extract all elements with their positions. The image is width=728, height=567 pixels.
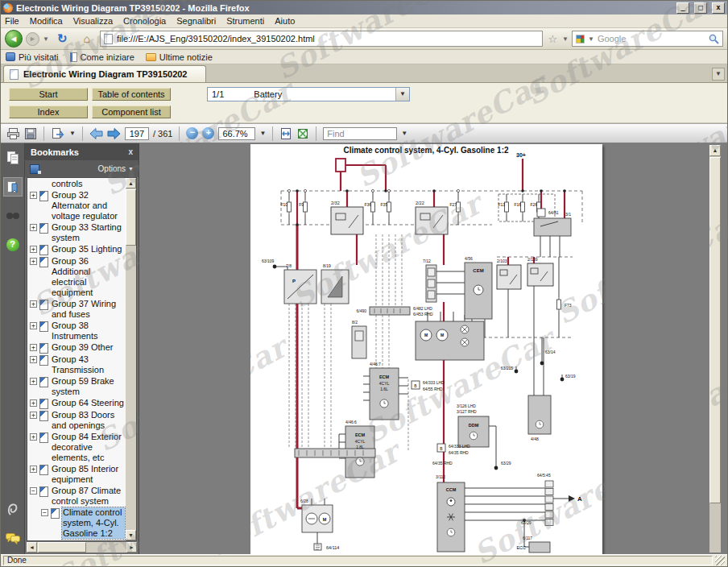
previous-page-icon[interactable]: [89, 128, 103, 139]
bookmark-tree-item[interactable]: +Group 37 Wiring and fuses: [30, 299, 125, 320]
bookmarks-toolbar-item[interactable]: Come iniziare: [70, 52, 134, 62]
expand-icon[interactable]: +: [30, 412, 37, 419]
search-panel-icon[interactable]: [3, 206, 23, 226]
help-icon[interactable]: ?: [3, 235, 23, 255]
bookmarks-panel-icon[interactable]: [3, 177, 23, 197]
search-box[interactable]: ▼ Google: [572, 31, 723, 47]
start-button[interactable]: Start: [9, 88, 88, 101]
find-dropdown-icon[interactable]: ▼: [401, 130, 407, 137]
bookmarks-panel-close-icon[interactable]: x: [128, 147, 133, 156]
bookmark-tree-item[interactable]: +Group 59 Brake system: [30, 376, 125, 397]
expand-icon[interactable]: +: [30, 300, 37, 308]
minimize-button[interactable]: _: [676, 2, 689, 14]
zoom-level-field[interactable]: 66.7%: [218, 127, 255, 140]
back-button[interactable]: ◄: [5, 30, 23, 48]
bookmark-tree-item[interactable]: +Group 33 Starting system: [30, 222, 125, 243]
bookmarks-options-button[interactable]: Options ▼: [98, 164, 134, 173]
expand-icon[interactable]: +: [30, 399, 37, 407]
menu-item-segnalibri[interactable]: Segnalibri: [176, 16, 216, 26]
bookmark-dropdown-icon[interactable]: ▼: [562, 35, 569, 43]
menu-item-visualizza[interactable]: Visualizza: [73, 16, 113, 26]
expand-icon[interactable]: +: [30, 433, 37, 441]
history-dropdown-icon[interactable]: ▼: [43, 35, 49, 43]
bookmarks-toolbar-item[interactable]: Più visitati: [6, 52, 59, 62]
bookmark-tree-item[interactable]: controls: [51, 179, 125, 189]
save-icon[interactable]: [24, 127, 37, 140]
bookmarks-toolbar-item[interactable]: Ultime notizie: [146, 52, 213, 62]
zoom-dropdown-icon[interactable]: ▼: [259, 130, 266, 137]
bookmark-tree-item[interactable]: +Group 64 Steering: [30, 398, 125, 409]
list-all-tabs-button[interactable]: ▼: [712, 68, 725, 81]
fit-page-icon[interactable]: [296, 127, 309, 140]
zoom-out-button[interactable]: −: [186, 127, 198, 139]
search-engine-icon[interactable]: [576, 35, 585, 43]
bookmarks-horizontal-scrollbar[interactable]: ◄ ►: [27, 542, 137, 553]
url-bar[interactable]: file:///E:/AJS_Eng/39150202/index_391502…: [100, 31, 543, 47]
expand-icon[interactable]: +: [30, 378, 37, 385]
scrollbar-thumb[interactable]: [38, 542, 86, 553]
scroll-down-icon[interactable]: ▼: [126, 530, 136, 540]
menu-item-modifica[interactable]: Modifica: [30, 16, 63, 26]
menu-item-aiuto[interactable]: Aiuto: [275, 16, 295, 26]
bookmark-tree-item[interactable]: +Group 36 Additional electrical equipmen…: [30, 256, 125, 298]
expand-icon[interactable]: +: [30, 246, 37, 253]
bookmark-tree-item[interactable]: +Group 43 Transmission: [30, 354, 125, 375]
search-engine-dropdown-icon[interactable]: ▼: [588, 35, 594, 43]
page-number-field[interactable]: 197: [125, 127, 149, 140]
component-list-button[interactable]: Component list: [92, 106, 171, 118]
scrollbar-thumb[interactable]: [126, 189, 136, 246]
find-field[interactable]: Find: [323, 127, 397, 140]
expand-icon[interactable]: +: [30, 258, 37, 265]
resize-grip[interactable]: [715, 556, 725, 565]
bookmark-tree-item[interactable]: +Group 85 Interior equipment: [30, 464, 125, 485]
expand-icon[interactable]: +: [30, 192, 37, 199]
expand-icon[interactable]: +: [30, 356, 37, 363]
expand-bookmark-icon[interactable]: [30, 164, 39, 174]
scroll-up-icon[interactable]: ▲: [709, 145, 721, 156]
reload-button[interactable]: ↻: [57, 31, 68, 46]
diagram-select-caret-icon[interactable]: ▼: [395, 88, 409, 101]
comments-panel-icon[interactable]: [3, 528, 23, 548]
scrollbar-thumb[interactable]: [709, 157, 721, 503]
pdf-document-area[interactable]: Climate control system, 4-Cyl. Gasoline …: [139, 143, 727, 554]
pdf-vertical-scrollbar[interactable]: ▲: [709, 145, 721, 553]
tab-active[interactable]: Electronic Wiring Diagram TP39150202: [3, 65, 206, 82]
bookmark-tree-item[interactable]: +Group 83 Doors and openings: [30, 410, 125, 431]
table-of-contents-button[interactable]: Table of contents: [92, 88, 171, 101]
next-page-icon[interactable]: [107, 128, 121, 139]
expand-icon[interactable]: +: [30, 344, 37, 351]
pages-panel-icon[interactable]: [3, 148, 23, 168]
forward-button[interactable]: ►: [26, 32, 39, 46]
expand-icon[interactable]: +: [30, 224, 37, 231]
bookmark-tree-item[interactable]: −Climate control system, 4-Cyl. Gasoline…: [41, 507, 125, 539]
collapse-icon[interactable]: −: [41, 509, 48, 516]
email-page-icon[interactable]: [51, 127, 65, 140]
print-icon[interactable]: [6, 127, 20, 140]
scroll-up-icon[interactable]: ▲: [126, 178, 136, 188]
attachments-panel-icon[interactable]: [3, 499, 23, 519]
bookmark-star-icon[interactable]: ☆: [548, 33, 557, 45]
expand-icon[interactable]: +: [30, 322, 37, 329]
collapse-icon[interactable]: −: [30, 487, 37, 495]
zoom-in-button[interactable]: +: [202, 127, 214, 139]
bookmark-tree-item[interactable]: +Group 38 Instruments: [30, 321, 125, 341]
diagram-select[interactable]: 1/1 Battery ▼: [207, 87, 410, 101]
scroll-right-icon[interactable]: ►: [126, 542, 137, 553]
bookmark-tree-item[interactable]: −Group 87 Climate control system: [30, 486, 125, 507]
bookmark-tree-item[interactable]: +Group 35 Lighting: [30, 244, 125, 255]
close-button[interactable]: x: [712, 2, 725, 14]
email-dropdown-icon[interactable]: ▼: [69, 130, 76, 137]
index-button[interactable]: Index: [9, 106, 88, 118]
bookmark-tree-item[interactable]: +Group 84 Exterior decorative elements, …: [30, 432, 125, 463]
menu-item-file[interactable]: File: [5, 16, 19, 26]
maximize-button[interactable]: □: [694, 2, 707, 14]
bookmark-tree-item[interactable]: Climate control system, 4-Cyl. Gasoline …: [52, 540, 125, 540]
bookmarks-vertical-scrollbar[interactable]: ▲ ▼: [126, 178, 136, 540]
expand-icon[interactable]: +: [30, 466, 37, 473]
fit-width-icon[interactable]: [279, 127, 292, 140]
search-magnifier-icon[interactable]: [709, 34, 719, 44]
menu-item-cronologia[interactable]: Cronologia: [123, 16, 166, 26]
scroll-left-icon[interactable]: ◄: [27, 542, 37, 553]
menu-item-strumenti[interactable]: Strumenti: [226, 16, 264, 26]
bookmark-tree-item[interactable]: +Group 39 Other: [30, 342, 125, 354]
